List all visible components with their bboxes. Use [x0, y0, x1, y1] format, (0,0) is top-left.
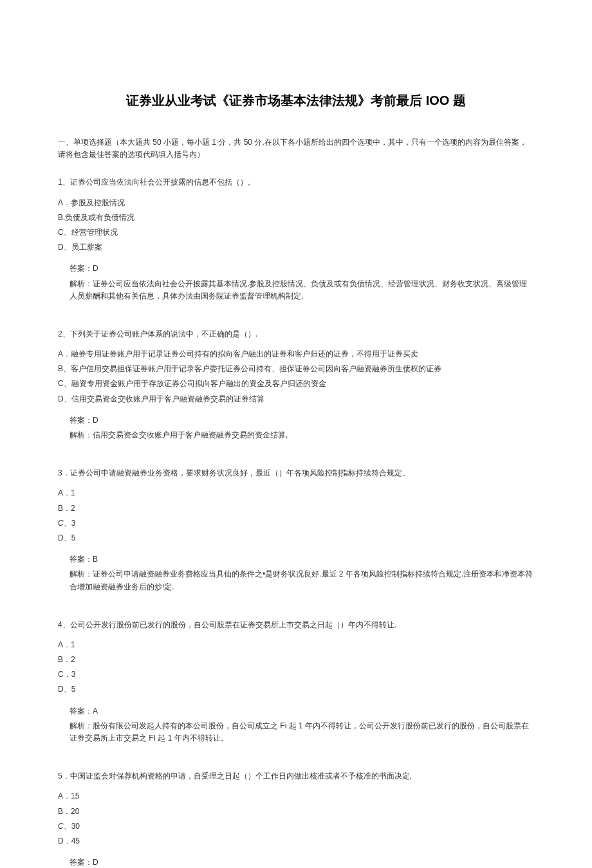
option-a: A．1: [58, 639, 534, 651]
option-b: B．2: [58, 654, 534, 666]
option-a: A．参股及控股情况: [58, 197, 534, 209]
options-list: A．参股及控股情况 B,负债及或有负债情况 C、经营管理状况 D、员工薪案: [58, 197, 534, 254]
question-5: 5．中国证监会对保荐机构资格的申请，自受理之日起（）个工作日内做出核准或者不予核…: [58, 770, 534, 868]
section-instructions: 一、单项选择题（本大题共 50 小题，每小题 1 分，共 50 分,在以下各小题…: [58, 136, 534, 161]
answer-label: 答案：D: [69, 263, 534, 275]
option-c: C、3: [58, 517, 534, 530]
question-stem: ．证券公司申请融资融券业务资格，要求财务状况良好，最近（）年各项风险控制指标持续…: [62, 468, 410, 477]
option-a: A．融券专用证券账户用于记录证券公司持有的拟向客户融出的证券和客户归还的证券，不…: [58, 348, 534, 360]
option-b: B、客户信用交易担保证券账户用于记录客户委托证券公司持有、担保证券公司因向客户融…: [58, 363, 534, 375]
question-4: 4、公司公开发行股份前已发行的股份，自公司股票在证券交易所上市交易之日起（）年内…: [58, 619, 534, 745]
question-text: 4、公司公开发行股份前已发行的股份，自公司股票在证券交易所上市交易之日起（）年内…: [58, 619, 534, 631]
question-number: 1: [58, 178, 62, 187]
options-list: A．1 B．2 C．3 D、5: [58, 639, 534, 696]
option-b: B．20: [58, 806, 534, 818]
question-2: 2、下列关于证券公司账户体系的说法中，不正确的是（）. A．融券专用证券账户用于…: [58, 328, 534, 441]
explanation: 解析：证券公司申请融资融券业务费格应当具仙的条件之•是财务状况良好.最近 2 年…: [69, 568, 534, 593]
question-stem: 、证券公司应当依法向社会公开披露的信息不包括（）。: [62, 178, 255, 187]
option-d: D、信用交易资金交收账户用于客户融资融券交易的证券结算: [58, 393, 534, 405]
question-text: 5．中国证监会对保荐机构资格的申请，自受理之日起（）个工作日内做出核准或者不予核…: [58, 770, 534, 782]
question-number: 2: [58, 329, 62, 338]
option-d: D．45: [58, 835, 534, 847]
question-3: 3．证券公司申请融资融券业务资格，要求财务状况良好，最近（）年各项风险控制指标持…: [58, 467, 534, 593]
answer-block: 答案：D 解析：中国证监会依法受理、审查申请文仲一时保荐机的资格的申请，自受理之…: [58, 856, 534, 868]
option-d: D、5: [58, 683, 534, 696]
option-b: B．2: [58, 503, 534, 515]
question-number: 5: [58, 771, 62, 780]
question-number: 3: [58, 468, 62, 477]
answer-block: 答案：D 解析：信用交易资金交收账户用于客户融资融券交易的资金结算,: [58, 414, 534, 441]
option-d: D、5: [58, 532, 534, 544]
option-c: C．3: [58, 669, 534, 681]
question-stem: 、下列关于证券公司账户体系的说法中，不正确的是（）.: [62, 329, 257, 338]
question-number: 4: [58, 620, 62, 629]
option-a: A．1: [58, 487, 534, 499]
option-c: C、融资专用资金账户用于存放证券公司拟向客户融出的资金及客户归还的资金: [58, 378, 534, 390]
explanation: 解析：信用交易资金交收账户用于客户融资融券交易的资金结算,: [69, 429, 534, 441]
question-text: 1、证券公司应当依法向社会公开披露的信息不包括（）。: [58, 176, 534, 189]
answer-block: 答案：A 解析：股份有限公司发起人持有的本公司股份，自公司成立之 Fi 起 1 …: [58, 705, 534, 745]
answer-label: 答案：D: [69, 414, 534, 427]
option-c: C、30: [58, 820, 534, 833]
answer-label: 答案：D: [69, 856, 534, 868]
answer-label: 答案：B: [69, 553, 534, 566]
explanation: 解析：证券公司应当依法向社会公开披露其基本情况,参股及控股情况、负债及或有负债情…: [69, 278, 534, 302]
answer-label: 答案：A: [69, 705, 534, 717]
answer-block: 答案：D 解析：证券公司应当依法向社会公开披露其基本情况,参股及控股情况、负债及…: [58, 263, 534, 302]
option-a: A．15: [58, 790, 534, 802]
document-title: 证券业从业考试《证券市场基本法律法规》考前最后 IOO 题: [58, 90, 534, 111]
options-list: A．1 B．2 C、3 D、5: [58, 487, 534, 544]
question-text: 2、下列关于证券公司账户体系的说法中，不正确的是（）.: [58, 328, 534, 340]
options-list: A．融券专用证券账户用于记录证券公司持有的拟向客户融出的证券和客户归还的证券，不…: [58, 348, 534, 405]
question-1: 1、证券公司应当依法向社会公开披露的信息不包括（）。 A．参股及控股情况 B,负…: [58, 176, 534, 302]
question-text: 3．证券公司申请融资融券业务资格，要求财务状况良好，最近（）年各项风险控制指标持…: [58, 467, 534, 479]
question-stem: 、公司公开发行股份前已发行的股份，自公司股票在证券交易所上市交易之日起（）年内不…: [62, 620, 396, 629]
option-d: D、员工薪案: [58, 241, 534, 254]
question-stem: ．中国证监会对保荐机构资格的申请，自受理之日起（）个工作日内做出核准或者不予核准…: [62, 771, 412, 780]
options-list: A．15 B．20 C、30 D．45: [58, 790, 534, 847]
explanation: 解析：股份有限公司发起人持有的本公司股份，自公司成立之 Fi 起 1 年内不得转…: [69, 720, 534, 744]
option-b: B,负债及或有负债情况: [58, 212, 534, 224]
option-c: C、经营管理状况: [58, 226, 534, 239]
answer-block: 答案：B 解析：证券公司申请融资融券业务费格应当具仙的条件之•是财务状况良好.最…: [58, 553, 534, 593]
